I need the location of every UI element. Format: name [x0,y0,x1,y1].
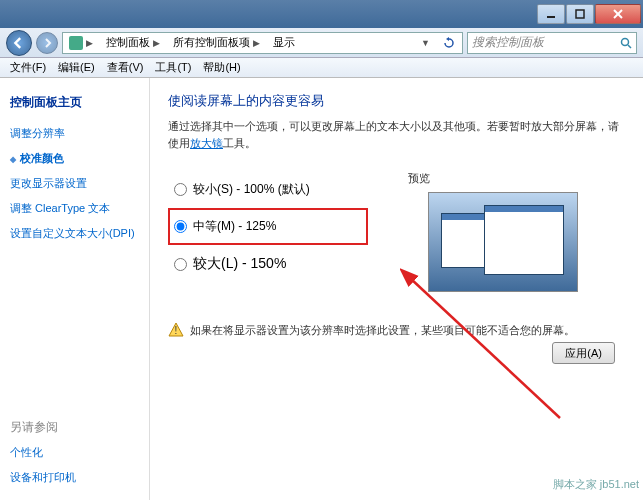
chevron-right-icon: ▶ [253,38,260,48]
size-options: 较小(S) - 100% (默认) 中等(M) - 125% 较大(L) - 1… [168,171,368,292]
content-area: 控制面板主页 调整分辨率 校准颜色 更改显示器设置 调整 ClearType 文… [0,78,643,500]
warning-row: ! 如果在将显示器设置为该分辨率时选择此设置，某些项目可能不适合您的屏幕。 [168,322,625,338]
forward-button[interactable] [36,32,58,54]
warning-text: 如果在将显示器设置为该分辨率时选择此设置，某些项目可能不适合您的屏幕。 [190,323,575,338]
preview-column: 预览 [408,171,625,292]
radio-large[interactable] [174,258,187,271]
menu-tools[interactable]: 工具(T) [149,58,197,77]
chevron-down-icon: ▼ [421,38,430,48]
breadcrumb-root[interactable]: ▶ [63,33,100,53]
breadcrumb-all-items[interactable]: 所有控制面板项 ▶ [167,33,267,53]
apply-button[interactable]: 应用(A) [552,342,615,364]
magnifier-link[interactable]: 放大镜 [190,137,223,149]
see-also-header: 另请参阅 [8,415,141,440]
sidebar: 控制面板主页 调整分辨率 校准颜色 更改显示器设置 调整 ClearType 文… [0,78,150,500]
option-large[interactable]: 较大(L) - 150% [168,245,368,283]
sidebar-item-calibrate[interactable]: 校准颜色 [8,146,141,171]
option-label: 较大(L) - 150% [193,255,286,273]
page-description: 通过选择其中一个选项，可以更改屏幕上的文本大小以及其他项。若要暂时放大部分屏幕，… [168,118,625,151]
preview-image [428,192,578,292]
watermark: 脚本之家 jb51.net [553,477,639,492]
chevron-right-icon: ▶ [153,38,160,48]
window-titlebar [0,0,643,28]
breadcrumb[interactable]: ▶ 控制面板 ▶ 所有控制面板项 ▶ 显示 ▼ [62,32,463,54]
svg-line-5 [628,45,631,48]
sidebar-item-monitor[interactable]: 更改显示器设置 [8,171,141,196]
menu-edit[interactable]: 编辑(E) [52,58,101,77]
breadcrumb-dropdown[interactable]: ▼ [415,33,437,53]
option-label: 中等(M) - 125% [193,218,276,235]
crumb-label: 控制面板 [106,35,150,50]
sidebar-item-dpi[interactable]: 设置自定义文本大小(DPI) [8,221,141,246]
sidebar-link-personalization[interactable]: 个性化 [8,440,141,465]
search-icon [620,37,632,49]
breadcrumb-display[interactable]: 显示 [267,33,302,53]
menu-view[interactable]: 查看(V) [101,58,150,77]
breadcrumb-control-panel[interactable]: 控制面板 ▶ [100,33,167,53]
control-panel-icon [69,36,83,50]
crumb-label: 所有控制面板项 [173,35,250,50]
sidebar-link-devices[interactable]: 设备和打印机 [8,465,141,490]
radio-small[interactable] [174,183,187,196]
sidebar-title[interactable]: 控制面板主页 [8,88,141,121]
search-input[interactable]: 搜索控制面板 [467,32,637,54]
option-small[interactable]: 较小(S) - 100% (默认) [168,171,368,208]
maximize-button[interactable] [566,4,594,24]
page-heading: 使阅读屏幕上的内容更容易 [168,92,625,110]
refresh-icon [443,37,455,49]
svg-rect-1 [576,10,584,18]
search-placeholder: 搜索控制面板 [472,34,544,51]
preview-label: 预览 [408,171,625,186]
sidebar-item-resolution[interactable]: 调整分辨率 [8,121,141,146]
main-panel: 使阅读屏幕上的内容更容易 通过选择其中一个选项，可以更改屏幕上的文本大小以及其他… [150,78,643,500]
menu-help[interactable]: 帮助(H) [197,58,246,77]
crumb-label: 显示 [273,35,295,50]
back-button[interactable] [6,30,32,56]
menu-file[interactable]: 文件(F) [4,58,52,77]
menu-bar: 文件(F) 编辑(E) 查看(V) 工具(T) 帮助(H) [0,58,643,78]
radio-medium[interactable] [174,220,187,233]
chevron-right-icon: ▶ [86,38,93,48]
svg-text:!: ! [175,325,178,336]
minimize-button[interactable] [537,4,565,24]
refresh-button[interactable] [437,33,462,53]
sidebar-item-cleartype[interactable]: 调整 ClearType 文本 [8,196,141,221]
warning-icon: ! [168,322,184,338]
address-bar: ▶ 控制面板 ▶ 所有控制面板项 ▶ 显示 ▼ 搜索控制面板 [0,28,643,58]
svg-point-4 [622,38,629,45]
close-button[interactable] [595,4,641,24]
desc-text2: 工具。 [223,137,256,149]
option-label: 较小(S) - 100% (默认) [193,181,310,198]
option-medium[interactable]: 中等(M) - 125% [168,208,368,245]
